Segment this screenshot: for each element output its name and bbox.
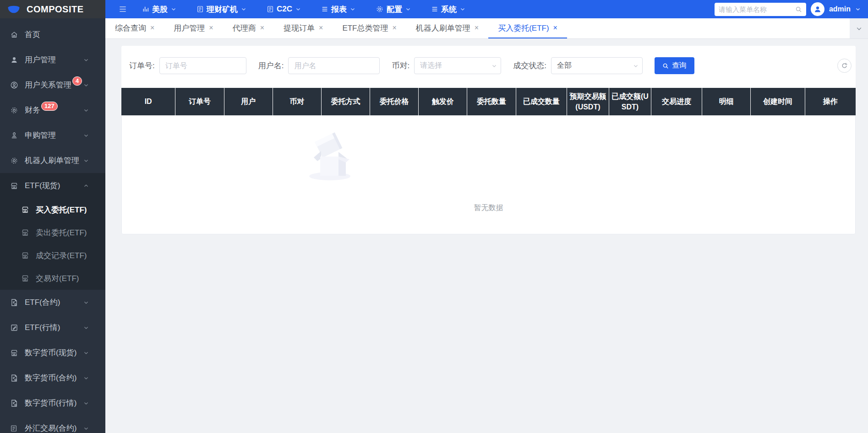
chevron-down-icon <box>171 6 176 12</box>
tab-close-icon[interactable]: × <box>150 24 154 32</box>
filter-input[interactable] <box>160 62 246 70</box>
nav-menu-label: 报表 <box>331 4 347 15</box>
sidebar-item-label: 卖出委托(ETF) <box>36 227 87 238</box>
logo-text: COMPOSITE <box>27 4 84 15</box>
sidebar-item[interactable]: 买入委托(ETF) <box>0 198 105 221</box>
filter-group: 订单号: <box>129 57 246 74</box>
tab-3[interactable]: 提现订单× <box>274 18 333 38</box>
tab-more-button[interactable] <box>850 18 868 38</box>
tab-close-icon[interactable]: × <box>475 24 479 32</box>
filter-fields: 订单号:用户名:币对:请选择成交状态:全部 <box>129 57 655 74</box>
gear-icon <box>10 106 19 114</box>
sidebar-item[interactable]: 卖出委托(ETF) <box>0 221 105 244</box>
chevron-down-icon <box>295 6 301 12</box>
nav-menu-label: 系统 <box>441 4 457 15</box>
hamburger-icon[interactable] <box>118 5 127 14</box>
sidebar-item[interactable]: ETF(现货) <box>0 173 105 198</box>
tab-4[interactable]: ETF总类管理× <box>333 18 406 38</box>
filter-input[interactable] <box>289 62 379 70</box>
tab-close-icon[interactable]: × <box>553 24 557 32</box>
sidebar-item[interactable]: 外汇交易(合约) <box>0 416 105 433</box>
logo-area: COMPOSITE <box>0 0 105 18</box>
tab-5[interactable]: 机器人刷单管理× <box>406 18 488 38</box>
shop-icon <box>21 206 30 214</box>
menu-search-box[interactable] <box>715 3 806 16</box>
nav-menu-item[interactable]: C2C <box>267 0 301 18</box>
filter-label: 成交状态: <box>513 60 546 71</box>
sidebar-item[interactable]: 数字货币(合约) <box>0 365 105 390</box>
tab-label: 用户管理 <box>174 23 205 33</box>
nav-menu-item[interactable]: 系统 <box>431 0 465 18</box>
sidebar-item[interactable]: 数字货币(现货) <box>0 340 105 365</box>
doc-gear-icon <box>10 374 19 382</box>
sidebar-item-label: 数字货币(行情) <box>25 398 76 408</box>
tab-label: 机器人刷单管理 <box>416 23 470 33</box>
shop-icon <box>21 274 30 282</box>
chevron-down-icon <box>83 325 93 330</box>
refresh-button[interactable] <box>837 59 852 73</box>
sidebar-item[interactable]: 数字货币(行情) <box>0 390 105 416</box>
sidebar-item[interactable]: 机器人刷单管理 <box>0 148 105 173</box>
sidebar-item-label: ETF(现货) <box>25 180 60 191</box>
top-navbar: COMPOSITE 美股理财矿机C2C报表配置系统 admin <box>0 0 868 18</box>
menu-search-input[interactable] <box>719 5 795 13</box>
sidebar-item[interactable]: ETF(合约) <box>0 290 105 315</box>
table-column-header: 用户 <box>224 88 273 115</box>
chevron-down-icon <box>491 63 497 69</box>
sidebar-item[interactable]: 申购管理 <box>0 123 105 148</box>
tab-1[interactable]: 用户管理× <box>164 18 223 38</box>
shop-icon <box>10 182 19 190</box>
chevron-down-icon <box>83 350 93 356</box>
sidebar-item[interactable]: 财务127 <box>0 97 105 123</box>
table-column-header: 已成交额(USDT) <box>609 88 651 115</box>
sidebar-item[interactable]: 交易对(ETF) <box>0 267 105 290</box>
sidebar-item[interactable]: 首页 <box>0 22 105 47</box>
sidebar-item[interactable]: 用户关系管理4 <box>0 72 105 97</box>
sidebar-item[interactable]: 成交记录(ETF) <box>0 244 105 267</box>
sidebar-item-label: 数字货币(合约) <box>25 373 76 383</box>
sidebar: 首页用户管理用户关系管理4财务127申购管理机器人刷单管理ETF(现货)买入委托… <box>0 18 105 433</box>
list-icon <box>431 5 438 13</box>
chevron-down-icon[interactable] <box>855 6 861 12</box>
nav-menu-item[interactable]: 美股 <box>142 0 176 18</box>
table-column-header: 创建时间 <box>751 88 805 115</box>
filter-select[interactable]: 全部 <box>551 57 643 74</box>
tab-active[interactable]: 买入委托(ETF)× <box>488 18 567 38</box>
username[interactable]: admin <box>829 5 851 13</box>
nav-menu-item[interactable]: 理财矿机 <box>197 0 246 18</box>
query-button[interactable]: 查询 <box>655 57 694 74</box>
tab-close-icon[interactable]: × <box>260 24 264 32</box>
empty-text: 暂无数据 <box>122 203 855 213</box>
table-empty-body: 暂无数据 <box>121 115 856 234</box>
sidebar-item[interactable]: ETF(行情) <box>0 315 105 340</box>
filter-input-box <box>288 57 380 74</box>
empty-box-illustration <box>307 129 353 184</box>
chevron-down-icon <box>83 401 93 406</box>
tab-0[interactable]: 综合查询× <box>105 18 164 38</box>
nav-menu-item[interactable]: 配置 <box>376 0 411 18</box>
chevron-down-icon <box>83 57 93 63</box>
chevron-down-icon <box>460 6 465 12</box>
shop-icon <box>21 228 30 237</box>
navbar-right: admin <box>715 2 868 16</box>
sidebar-item-label: 成交记录(ETF) <box>36 250 87 261</box>
logo-icon <box>6 2 21 16</box>
table-column-header: 触发价 <box>419 88 467 115</box>
sidebar-item-label: 用户关系管理 <box>25 80 71 90</box>
tab-close-icon[interactable]: × <box>319 24 323 32</box>
sidebar-item[interactable]: 用户管理 <box>0 47 105 72</box>
table-column-header: 明细 <box>702 88 751 115</box>
tab-2[interactable]: 代理商× <box>223 18 274 38</box>
table-column-header: 币对 <box>273 88 322 115</box>
chevron-down-icon <box>83 133 93 138</box>
search-icon[interactable] <box>795 6 802 13</box>
filter-select[interactable]: 请选择 <box>414 57 501 74</box>
chevron-down-icon <box>241 6 246 12</box>
nav-menu: 美股理财矿机C2C报表配置系统 <box>142 0 465 18</box>
tab-close-icon[interactable]: × <box>209 24 213 32</box>
user-avatar-icon[interactable] <box>811 2 824 16</box>
nav-menu-label: 理财矿机 <box>207 4 238 15</box>
user-icon <box>10 56 19 64</box>
tab-close-icon[interactable]: × <box>392 24 396 32</box>
nav-menu-item[interactable]: 报表 <box>321 0 355 18</box>
